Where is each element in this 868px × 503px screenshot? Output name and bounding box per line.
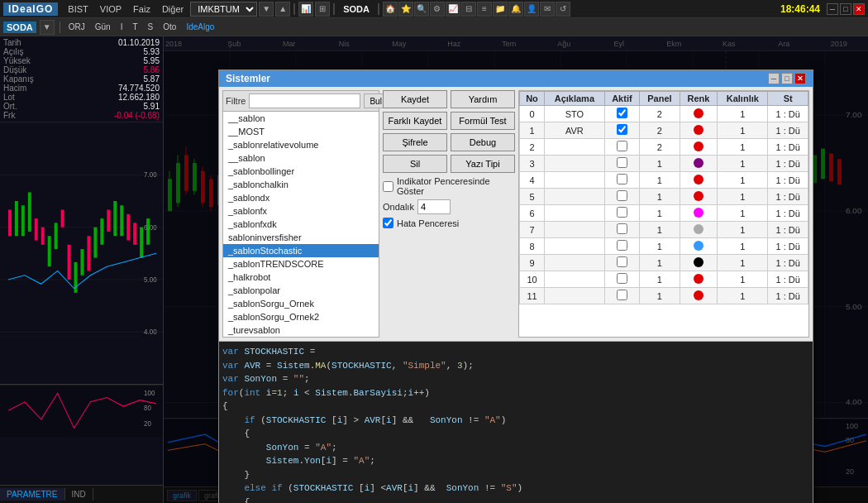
cell-renk[interactable]	[680, 172, 718, 189]
farkli-kaydet-button[interactable]: Farklı Kaydet	[383, 112, 447, 130]
tab-i[interactable]: I	[117, 22, 126, 32]
modal-minimize-btn[interactable]: ─	[768, 73, 780, 84]
cell-aktif[interactable]	[604, 288, 639, 304]
cell-aktif[interactable]	[604, 139, 639, 156]
list-item[interactable]: __sablon	[223, 112, 379, 125]
list-item[interactable]: _sablonpolar	[223, 284, 379, 297]
yardim-button[interactable]: Yardım	[451, 90, 515, 108]
cell-aktif[interactable]	[604, 205, 639, 222]
kaydet-button[interactable]: Kaydet	[383, 90, 447, 108]
cell-aktif[interactable]	[604, 222, 639, 238]
tab-ind[interactable]: IND	[65, 488, 93, 501]
formul-test-button[interactable]: Formül Test	[451, 112, 515, 130]
chart-icon[interactable]: 📊	[298, 2, 313, 17]
secondbar: SODA ▼ ORJ Gün I T S Oto IdeAlgo	[0, 18, 868, 36]
close-btn[interactable]: ✕	[853, 3, 865, 15]
home-icon[interactable]: 🏠	[383, 2, 398, 17]
cell-renk[interactable]	[680, 238, 718, 255]
list-item[interactable]: __sablon	[223, 151, 379, 165]
svg-rect-14	[61, 210, 64, 228]
list-item[interactable]: _sablonchalkin	[223, 178, 379, 191]
list-item[interactable]: _sablonfxdk	[223, 218, 379, 231]
cell-aktif[interactable]	[604, 255, 639, 271]
yazi-tipi-button[interactable]: Yazı Tipi	[451, 155, 515, 173]
tab-orj[interactable]: ORJ	[65, 22, 88, 32]
tab-oto[interactable]: Oto	[160, 22, 179, 32]
grid-icon[interactable]: ⊟	[461, 2, 476, 17]
sifrele-button[interactable]: Şifrele	[383, 133, 447, 151]
arrow-down-icon[interactable]: ▼	[259, 2, 274, 17]
cell-aktif[interactable]	[604, 172, 639, 189]
list-item[interactable]: _sablonSorgu_Ornek2	[223, 310, 379, 323]
refresh-icon[interactable]: ↺	[556, 2, 570, 17]
cell-aktif[interactable]	[604, 122, 639, 139]
col-panel: Panel	[640, 92, 680, 106]
menu-diger[interactable]: Diğer	[157, 3, 188, 15]
menu-bist[interactable]: BIST	[63, 3, 93, 15]
list-item-selected[interactable]: _sablonStochastic	[223, 244, 379, 257]
list-item[interactable]: _sablondx	[223, 191, 379, 204]
cell-renk[interactable]	[680, 106, 718, 122]
cell-aktif[interactable]	[604, 271, 639, 288]
list-item[interactable]: _sablonfx	[223, 204, 379, 218]
cell-aktif[interactable]	[604, 189, 639, 205]
tab-parametre[interactable]: PARAMETRE	[0, 488, 65, 501]
ondalik-input[interactable]	[417, 199, 451, 214]
tab-gun[interactable]: Gün	[92, 22, 114, 32]
modal-close-btn[interactable]: ✕	[794, 73, 806, 84]
cell-panel: 1	[640, 255, 680, 271]
list-item[interactable]: _turevsablon	[223, 323, 379, 337]
cell-renk[interactable]	[680, 271, 718, 288]
list-icon[interactable]: ≡	[477, 2, 492, 17]
menu-viop[interactable]: VIOP	[95, 3, 126, 15]
tab-idealgo[interactable]: IdeAlgo	[183, 22, 217, 32]
cell-aktif[interactable]	[604, 106, 639, 122]
cell-renk[interactable]	[680, 156, 718, 172]
svg-rect-12	[48, 236, 51, 266]
search-icon[interactable]: 🔍	[414, 2, 429, 17]
list-item[interactable]: _sablonTRENDSCORE	[223, 257, 379, 271]
user-icon[interactable]: 👤	[524, 2, 539, 17]
cell-renk[interactable]	[680, 205, 718, 222]
list-item[interactable]: sabloninversfisher	[223, 231, 379, 244]
sil-button[interactable]: Sil	[383, 155, 447, 173]
symbol-dropdown[interactable]: IMKBTUM	[190, 2, 257, 17]
hata-row: Hata Penceresi	[383, 218, 515, 228]
minimize-btn[interactable]: ─	[827, 3, 838, 15]
list-item[interactable]: _sablonrelativevolume	[223, 138, 379, 151]
indikator-checkbox[interactable]	[383, 181, 393, 192]
cell-renk[interactable]	[680, 255, 718, 271]
modal-maximize-btn[interactable]: □	[781, 73, 793, 84]
hata-checkbox[interactable]	[383, 218, 393, 228]
list-item[interactable]: _halkrobot	[223, 271, 379, 284]
debug-button[interactable]: Debug	[451, 133, 515, 151]
cell-renk[interactable]	[680, 139, 718, 156]
folder-icon[interactable]: 📁	[493, 2, 508, 17]
mail-icon[interactable]: ✉	[540, 2, 555, 17]
svg-text:6.00: 6.00	[144, 224, 157, 232]
list-item[interactable]: __MOST	[223, 125, 379, 138]
cell-renk[interactable]	[680, 222, 718, 238]
code-editor[interactable]: var STOCKHASTIC = var AVR = Sistem.MA(ST…	[219, 341, 813, 503]
list-item[interactable]: _sablonbollinger	[223, 165, 379, 178]
filtre-input[interactable]	[249, 93, 360, 108]
soda-arrow-down[interactable]: ▼	[40, 20, 55, 35]
cell-renk[interactable]	[680, 288, 718, 304]
tab-s[interactable]: S	[145, 22, 157, 32]
star-icon[interactable]: ⭐	[398, 2, 413, 17]
gear-icon[interactable]: ⚙	[430, 2, 445, 17]
cell-aktif[interactable]	[604, 156, 639, 172]
menu-faiz[interactable]: Faiz	[128, 3, 155, 15]
cell-renk[interactable]	[680, 122, 718, 139]
svg-rect-21	[107, 210, 110, 232]
cell-aktif[interactable]	[604, 238, 639, 255]
arrow-up-icon[interactable]: ▲	[275, 2, 290, 17]
list-item[interactable]: _sablonSorgu_Ornek	[223, 297, 379, 310]
cell-renk[interactable]	[680, 189, 718, 205]
table-icon[interactable]: ⊞	[315, 2, 330, 17]
chart2-icon[interactable]: 📈	[446, 2, 460, 17]
tab-t[interactable]: T	[129, 22, 141, 32]
cell-kalinlik: 1	[718, 222, 768, 238]
bell-icon[interactable]: 🔔	[508, 2, 523, 17]
maximize-btn[interactable]: □	[840, 3, 851, 15]
